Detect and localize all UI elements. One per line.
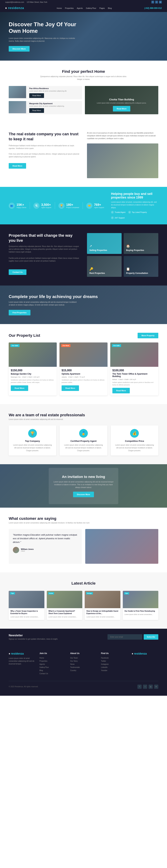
services-contact-btn[interactable]: Contact Us xyxy=(9,269,26,275)
footer-linkedin-icon[interactable]: in xyxy=(154,685,158,689)
nav-agents[interactable]: Agents xyxy=(77,7,83,9)
footer-join-link-4[interactable]: Gallery/Tour xyxy=(39,666,66,668)
listing-1-image: For Sale xyxy=(9,342,57,367)
article-2[interactable]: Guide What Is a Corporate Apartment? Sho… xyxy=(47,591,82,620)
stat-1-icon: 👥 xyxy=(9,203,15,209)
footer-find-link-3[interactable]: Instagram xyxy=(101,663,128,665)
property-card-1-info: Pan Africa Residence Lorem ipsum dolor s… xyxy=(28,86,82,99)
footer-about-link-1[interactable]: Our Team xyxy=(70,657,97,659)
nav-gallery[interactable]: Gallery/Tour xyxy=(86,7,96,9)
footer-about-links: Our Team Our Story News Testimonials Cou… xyxy=(70,657,97,672)
article-2-tag: Guide xyxy=(48,592,54,594)
newsletter-input[interactable] xyxy=(108,634,142,640)
article-2-title: What Is a Corporate Apartment? Short-Ter… xyxy=(49,610,81,615)
team-card-2: 🏅 Certified Property Agent Lorem ipsum d… xyxy=(60,426,107,456)
trust-sub2: Felis mus ante felis poste per tristique… xyxy=(9,153,80,158)
team-grid: 🏆 Top Company Lorem ipsum dolor sit amet… xyxy=(9,426,158,456)
author-role: Client xyxy=(21,550,34,552)
nav-properties[interactable]: Properties xyxy=(65,7,74,9)
footer-col-join: Join Us Home Properties Agents Gallery/T… xyxy=(39,652,66,676)
team-card-1-desc: Lorem ipsum dolor sit amet consectetur a… xyxy=(12,444,53,452)
service-card-rent[interactable]: 🔑 Rent Properties xyxy=(87,256,121,277)
hero-cta-button[interactable]: Discover More xyxy=(9,46,30,52)
services-desc2: Facilisi porta at ipsum vel pretium habi… xyxy=(9,257,80,262)
newsletter-submit-btn[interactable]: Subscribe xyxy=(144,634,158,640)
linkedin-icon[interactable]: in xyxy=(159,1,162,3)
invite-btn[interactable]: Discover More xyxy=(73,492,94,497)
stats-right-desc: Lorem ipsum dolor sit amet, consectetur … xyxy=(111,201,158,209)
article-3-tag: Design xyxy=(86,592,93,594)
services-right: ↗ Selling Properties 🏠 Buying Properties… xyxy=(87,233,158,277)
service-card-selling[interactable]: ↗ Selling Properties xyxy=(87,233,121,254)
property-card-2-btn[interactable]: Read More xyxy=(29,108,44,113)
footer-about-link-4[interactable]: Testimonials xyxy=(70,666,97,668)
facebook-icon[interactable]: f xyxy=(151,1,154,3)
articles-grid: Tips Why a Tower Scope Inspection is Ess… xyxy=(9,591,158,620)
newsletter-left: Newsletter Signup our newsletter to get … xyxy=(9,634,58,640)
nav-home[interactable]: Home xyxy=(57,7,62,9)
footer-join-link-5[interactable]: Blog xyxy=(39,670,66,672)
buying-icon: 🏠 xyxy=(126,244,156,248)
property-large-btn[interactable]: Read More xyxy=(113,106,130,112)
footer-facebook-icon[interactable]: f xyxy=(137,685,142,689)
footer-about-link-2[interactable]: Our Story xyxy=(70,660,97,662)
team-icon-1: 🏆 xyxy=(28,429,37,438)
dreams-btn[interactable]: Find Properties xyxy=(9,310,30,315)
footer-join-link-6[interactable]: Contact Us xyxy=(39,673,66,675)
footer-find-link-1[interactable]: Facebook xyxy=(101,657,128,659)
footer-copyright: © 2023 Residenza. All rights reserved. xyxy=(9,686,38,687)
article-3[interactable]: Design How to Design an Unforgettable Gu… xyxy=(85,591,120,620)
footer-find-link-4[interactable]: LinkedIn xyxy=(101,666,128,668)
property-grid: Pan Africa Residence Lorem ipsum dolor s… xyxy=(9,86,158,114)
listing-3[interactable]: For Sale $100,000 The Twin Tower Office … xyxy=(110,342,158,396)
article-1[interactable]: Tips Why a Tower Scope Inspection is Ess… xyxy=(9,591,44,620)
article-4[interactable]: Tips Our Guide to First-Time Homebuying … xyxy=(123,591,159,620)
property-card-large[interactable]: Cisoka Titan Building Lorem ipsum dolor … xyxy=(85,86,158,114)
property-card-2[interactable]: Margonda City Apartment Lorem ipsum dolo… xyxy=(9,101,82,115)
listing-2-btn[interactable]: Read More xyxy=(62,385,79,391)
twitter-icon[interactable]: t xyxy=(155,1,158,3)
trust-title: The real estate company you can trust to… xyxy=(9,132,80,142)
article-3-desc: Lorem ipsum dolor sit amet consectetur..… xyxy=(86,616,119,618)
listing-1-badge: For Sale xyxy=(10,344,20,347)
stat-3-icon: 🏆 xyxy=(58,203,64,209)
site-logo[interactable]: ♦ residenza xyxy=(5,6,24,10)
footer-twitter-icon[interactable]: t xyxy=(143,685,147,689)
service-card-buying[interactable]: 🏠 Buying Properties xyxy=(124,233,158,254)
topbar-social: f t in xyxy=(151,1,162,3)
more-properties-btn[interactable]: More Property xyxy=(138,333,158,338)
footer-instagram-icon[interactable]: ig xyxy=(148,685,153,689)
listing-2-badge: For Rent xyxy=(61,344,71,347)
nav-pages[interactable]: Pages xyxy=(99,7,105,9)
nav-blog[interactable]: Blog xyxy=(108,7,112,9)
stat-1-value: 15K+ xyxy=(17,203,26,207)
service-rent-title: Rent Properties xyxy=(89,272,119,274)
footer-find-link-5[interactable]: Youtube xyxy=(101,670,128,672)
footer-join-link-3[interactable]: Agents xyxy=(39,663,66,665)
listing-3-btn[interactable]: Read More xyxy=(112,388,130,393)
footer-join-link-2[interactable]: Properties xyxy=(39,660,66,662)
trust-btn[interactable]: Read More xyxy=(9,163,26,168)
listing-2[interactable]: For Rent $15,000 Ophelia Apartment Jakar… xyxy=(59,342,108,396)
footer-about-link-5[interactable]: Country xyxy=(70,670,97,672)
footer-about-link-3[interactable]: News xyxy=(70,663,97,665)
team-card-3-title: Competitive Price xyxy=(114,440,155,442)
footer-find-links: Facebook Twitter Instagram LinkedIn Yout… xyxy=(101,657,128,672)
footer-join-link-1[interactable]: Home xyxy=(39,657,66,659)
topbar-email[interactable]: support@residenza.com xyxy=(5,1,24,3)
topbar: support@residenza.com 123 Main Street, N… xyxy=(0,0,167,4)
author-info: William Jones Client xyxy=(21,548,34,552)
footer-find-link-2[interactable]: Twitter xyxy=(101,660,128,662)
listing-1-btn[interactable]: Read More xyxy=(11,385,28,391)
article-1-title: Why a Tower Scope Inspection is Essentia… xyxy=(10,610,43,615)
service-card-consult[interactable]: 📋 Property Consultation xyxy=(124,256,158,277)
article-4-image: Tips xyxy=(123,591,159,608)
testimonials-title: What customer are saying xyxy=(9,516,158,521)
listing-1-name: Balanga Garden City xyxy=(11,373,55,375)
property-card-1[interactable]: Pan Africa Residence Lorem ipsum dolor s… xyxy=(9,86,82,99)
property-card-1-btn[interactable]: Read More xyxy=(29,93,44,98)
footer-brand-desc: Lorem ipsum dolor sit amet consectetur a… xyxy=(9,657,35,665)
services-section: Properties that will change the way you … xyxy=(0,224,167,285)
listing-1[interactable]: For Sale $150,000 Balanga Garden City Ba… xyxy=(9,342,57,396)
stat-divider-2 xyxy=(55,202,55,209)
